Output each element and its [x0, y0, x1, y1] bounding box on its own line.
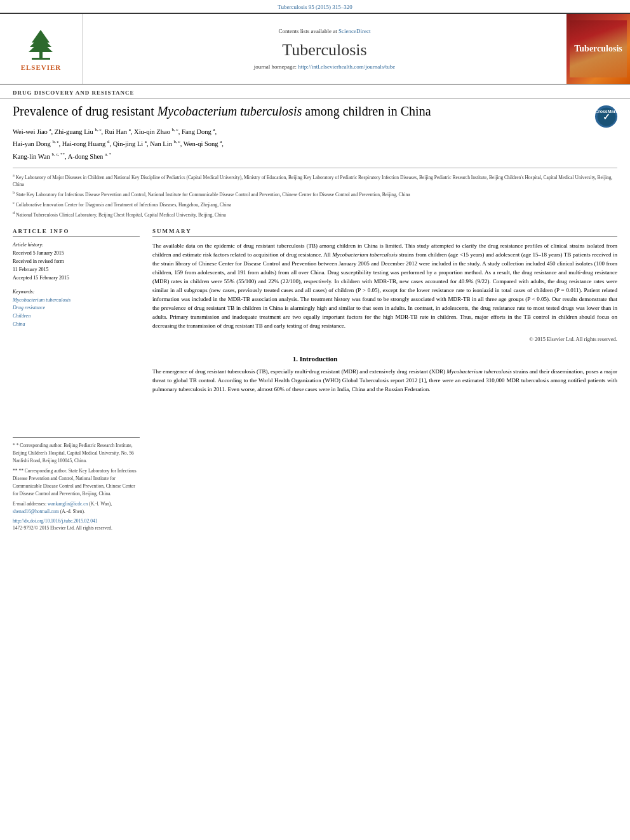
affiliation-d: d National Tuberculosis Clinical Laborat… — [13, 210, 617, 218]
keyword-1: Mycobacterium tuberculosis — [13, 297, 140, 305]
article-info-summary: ARTICLE INFO Article history: Received 5… — [0, 222, 630, 348]
homepage-text: journal homepage: http://intl.elsevierhe… — [254, 63, 395, 70]
introduction-section: 1. Introduction — [0, 349, 630, 363]
crossmark-icon: ✓ CrossMark — [595, 105, 617, 128]
authors-list: Wei-wei Jiao a, Zhi-guang Liu b, c, Rui … — [13, 126, 617, 163]
footnotes: * * Corresponding author. Beijing Pediat… — [13, 437, 140, 531]
svg-rect-1 — [32, 58, 50, 60]
received-date: Received 5 January 2015 — [13, 250, 140, 258]
bottom-left-col: * * Corresponding author. Beijing Pediat… — [13, 368, 140, 531]
crossmark-area: ✓ CrossMark — [595, 105, 617, 128]
article-title: Prevalence of drug resistant Mycobacteri… — [13, 103, 617, 119]
footnote-star2: ** ** Corresponding author. State Key La… — [13, 467, 140, 498]
article-info-label: ARTICLE INFO — [13, 228, 140, 237]
journal-header: ELSEVIER Contents lists available at Sci… — [0, 13, 630, 84]
elsevier-wordmark: ELSEVIER — [21, 63, 62, 71]
elsevier-logo: ELSEVIER — [20, 27, 62, 71]
affiliation-a: a Key Laboratory of Major Diseases in Ch… — [13, 172, 617, 188]
keyword-4: China — [13, 321, 140, 329]
article-info-column: ARTICLE INFO Article history: Received 5… — [13, 228, 140, 342]
journal-citation: Tuberculosis 95 (2015) 315–320 — [0, 0, 630, 13]
contents-available-text: Contents lists available at ScienceDirec… — [279, 28, 371, 34]
elsevier-tree-icon — [20, 27, 62, 62]
svg-text:✓: ✓ — [603, 112, 610, 122]
affiliation-c: c Collaborative Innovation Center for Di… — [13, 199, 617, 208]
keyword-3: Children — [13, 312, 140, 321]
summary-body: The available data on the epidemic of dr… — [152, 242, 617, 330]
article-header: ✓ CrossMark Prevalence of drug resistant… — [0, 103, 630, 163]
keyword-2: Drug resistance — [13, 304, 140, 312]
summary-label: SUMMARY — [152, 228, 617, 237]
issn-text: 1472-9792/© 2015 Elsevier Ltd. All right… — [13, 525, 140, 531]
footnote-star: * * Corresponding author. Beijing Pediat… — [13, 442, 140, 465]
revised-date: Received in revised form 11 February 201… — [13, 258, 140, 274]
svg-text:CrossMark: CrossMark — [596, 109, 617, 114]
introduction-title: 1. Introduction — [13, 355, 617, 363]
journal-badge-area: Tuberculosis — [566, 14, 630, 84]
article-history: Article history: Received 5 January 2015… — [13, 242, 140, 282]
badge-title: Tuberculosis — [574, 43, 622, 55]
email2-link[interactable]: shenad16@hotmail.com — [13, 509, 59, 514]
accepted-date: Accepted 15 February 2015 — [13, 274, 140, 283]
affiliations-list: a Key Laboratory of Major Diseases in Ch… — [13, 168, 617, 218]
copyright-text: © 2015 Elsevier Ltd. All rights reserved… — [152, 336, 617, 342]
keywords-title: Keywords: — [13, 289, 140, 295]
doi-link[interactable]: http://dx.doi.org/10.1016/j.tube.2015.02… — [13, 518, 140, 524]
homepage-link[interactable]: http://intl.elsevierhealth.com/journals/… — [298, 63, 395, 70]
elsevier-logo-area: ELSEVIER — [0, 14, 83, 84]
citation-text: Tuberculosis 95 (2015) 315–320 — [278, 4, 352, 10]
introduction-body: The emergence of drug resistant tubercul… — [152, 368, 617, 394]
sciencedirect-link[interactable]: ScienceDirect — [338, 28, 370, 34]
summary-column: SUMMARY The available data on the epidem… — [152, 228, 617, 342]
footnote-emails: E-mail addresses: wankanglin@icdc.cn (K.… — [13, 500, 140, 516]
badge-label: Tuberculosis — [574, 43, 622, 55]
bottom-section: * * Corresponding author. Beijing Pediat… — [0, 368, 630, 531]
crossmark-svg: ✓ CrossMark — [596, 107, 617, 127]
email1-link[interactable]: wankanglin@icdc.cn — [48, 501, 88, 507]
section-type-label: DRUG DISCOVERY AND RESISTANCE — [0, 84, 630, 99]
tb-journal-badge: Tuberculosis — [570, 20, 627, 77]
history-title: Article history: — [13, 242, 140, 248]
journal-info: Contents lists available at ScienceDirec… — [83, 14, 566, 84]
journal-title: Tuberculosis — [282, 41, 366, 60]
affiliation-b: b State Key Laboratory for Infectious Di… — [13, 189, 617, 198]
intro-text-col: The emergence of drug resistant tubercul… — [152, 368, 617, 531]
